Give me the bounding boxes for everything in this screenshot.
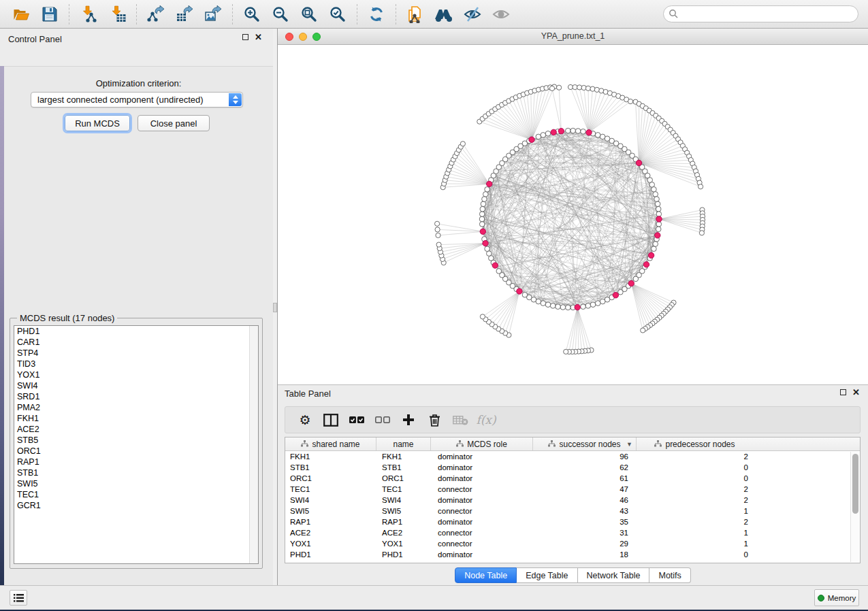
- table-cell[interactable]: 2: [637, 516, 753, 527]
- export-table-icon[interactable]: [174, 3, 195, 25]
- table-row[interactable]: SWI5SWI5connector431: [285, 506, 860, 516]
- table-cell[interactable]: PHD1: [376, 549, 431, 560]
- table-cell[interactable]: FKH1: [376, 451, 431, 462]
- table-cell[interactable]: RAP1: [376, 516, 431, 527]
- column-header-successor-nodes[interactable]: successor nodes▼: [533, 437, 637, 450]
- table-cell[interactable]: RAP1: [285, 516, 376, 527]
- memory-button[interactable]: Memory: [814, 589, 859, 606]
- table-cell[interactable]: 0: [637, 549, 753, 560]
- mcds-result-item[interactable]: TEC1: [14, 489, 258, 500]
- panel-menu-button[interactable]: [10, 590, 27, 606]
- optimization-criterion-select[interactable]: largest connected component (undirected): [31, 92, 243, 108]
- table-cell[interactable]: SWI5: [285, 506, 376, 516]
- mcds-result-item[interactable]: ACE2: [14, 424, 258, 435]
- mcds-result-item[interactable]: SWI5: [14, 478, 258, 489]
- export-network-icon[interactable]: [145, 3, 167, 25]
- table-cell[interactable]: connector: [431, 527, 533, 538]
- delete-entry-icon[interactable]: [424, 410, 445, 429]
- tab-network-table[interactable]: Network Table: [578, 567, 650, 583]
- splitter-handle[interactable]: [273, 303, 277, 312]
- import-table-icon[interactable]: [106, 3, 128, 25]
- table-cell[interactable]: dominator: [431, 495, 533, 506]
- mcds-result-scrollbar[interactable]: [249, 326, 258, 563]
- table-cell[interactable]: 31: [533, 527, 637, 538]
- float-panel-icon[interactable]: [242, 34, 248, 40]
- mcds-result-item[interactable]: ORC1: [14, 446, 258, 457]
- table-cell[interactable]: FKH1: [285, 451, 376, 462]
- table-cell[interactable]: [753, 462, 860, 473]
- refresh-layout-icon[interactable]: [366, 3, 387, 25]
- network-canvas[interactable]: [278, 45, 868, 384]
- table-cell[interactable]: [753, 527, 860, 538]
- mcds-result-item[interactable]: STB5: [14, 435, 258, 446]
- table-row[interactable]: RAP1RAP1dominator352: [285, 516, 860, 527]
- table-cell[interactable]: ACE2: [376, 527, 431, 538]
- table-cell[interactable]: [753, 473, 860, 484]
- table-cell[interactable]: dominator: [431, 516, 533, 527]
- table-row[interactable]: PHD1PHD1dominator180: [285, 549, 860, 560]
- table-cell[interactable]: 18: [533, 549, 637, 560]
- mcds-result-item[interactable]: TID3: [14, 359, 258, 369]
- table-cell[interactable]: SWI5: [376, 506, 431, 516]
- toggle-panel-layout-icon[interactable]: [321, 410, 341, 429]
- column-header-predecessor-nodes[interactable]: predecessor nodes: [637, 437, 753, 450]
- mcds-result-item[interactable]: FKH1: [14, 413, 258, 424]
- table-cell[interactable]: 1: [637, 538, 753, 549]
- table-cell[interactable]: 46: [533, 495, 637, 506]
- table-row[interactable]: ORC1ORC1dominator610: [285, 473, 860, 484]
- table-cell[interactable]: PHD1: [285, 549, 376, 560]
- table-row[interactable]: FKH1FKH1dominator962: [285, 451, 860, 462]
- close-table-panel-icon[interactable]: ✕: [852, 389, 860, 395]
- add-entry-icon[interactable]: [398, 410, 419, 429]
- vertical-splitter[interactable]: [273, 29, 278, 585]
- table-cell[interactable]: ORC1: [285, 473, 376, 484]
- table-cell[interactable]: SWI4: [285, 495, 376, 506]
- table-row[interactable]: SWI4SWI4dominator462: [285, 495, 860, 506]
- table-cell[interactable]: 2: [637, 495, 753, 506]
- table-cell[interactable]: 1: [637, 506, 753, 516]
- table-scrollbar[interactable]: [850, 452, 859, 562]
- tab-edge-table[interactable]: Edge Table: [517, 567, 577, 583]
- mcds-result-item[interactable]: RAP1: [14, 457, 258, 467]
- open-session-icon[interactable]: [10, 3, 32, 25]
- float-table-panel-icon[interactable]: [840, 389, 846, 395]
- table-cell[interactable]: YOX1: [285, 538, 376, 549]
- table-cell[interactable]: [753, 538, 860, 549]
- table-settings-icon[interactable]: ⚙: [295, 410, 315, 429]
- table-cell[interactable]: 29: [533, 538, 637, 549]
- table-cell[interactable]: connector: [431, 538, 533, 549]
- find-neighbors-icon[interactable]: [433, 3, 455, 25]
- table-cell[interactable]: YOX1: [376, 538, 431, 549]
- table-cell[interactable]: connector: [431, 484, 533, 495]
- mcds-result-item[interactable]: SWI4: [14, 380, 258, 391]
- table-cell[interactable]: 0: [637, 462, 753, 473]
- table-scrollbar-thumb[interactable]: [852, 454, 858, 514]
- zoom-fit-icon[interactable]: [298, 3, 320, 25]
- deselect-all-icon[interactable]: [372, 410, 393, 429]
- mcds-result-item[interactable]: PHD1: [14, 326, 258, 337]
- table-cell[interactable]: 62: [533, 462, 637, 473]
- table-cell[interactable]: 35: [533, 516, 637, 527]
- table-cell[interactable]: 2: [637, 451, 753, 462]
- run-mcds-button[interactable]: Run MCDS: [65, 115, 130, 131]
- mcds-result-item[interactable]: GCR1: [14, 500, 258, 511]
- table-row[interactable]: ACE2ACE2connector311: [285, 527, 860, 538]
- table-cell[interactable]: STB1: [376, 462, 431, 473]
- network-graph-svg[interactable]: [278, 45, 868, 384]
- table-cell[interactable]: 43: [533, 506, 637, 516]
- close-panel-icon[interactable]: ✕: [255, 34, 262, 40]
- column-header-name[interactable]: name: [376, 437, 431, 450]
- zoom-in-icon[interactable]: [241, 3, 263, 25]
- table-cell[interactable]: dominator: [431, 451, 533, 462]
- table-cell[interactable]: [753, 484, 860, 495]
- table-cell[interactable]: 0: [637, 473, 753, 484]
- table-cell[interactable]: TEC1: [285, 484, 376, 495]
- table-row[interactable]: YOX1YOX1connector291: [285, 538, 860, 549]
- table-cell[interactable]: [753, 506, 860, 516]
- network-window-titlebar[interactable]: YPA_prune.txt_1: [278, 29, 868, 45]
- table-cell[interactable]: 2: [637, 484, 753, 495]
- mcds-result-item[interactable]: PMA2: [14, 402, 258, 413]
- table-cell[interactable]: 47: [533, 484, 637, 495]
- table-cell[interactable]: [753, 495, 860, 506]
- table-cell[interactable]: ACE2: [285, 527, 376, 538]
